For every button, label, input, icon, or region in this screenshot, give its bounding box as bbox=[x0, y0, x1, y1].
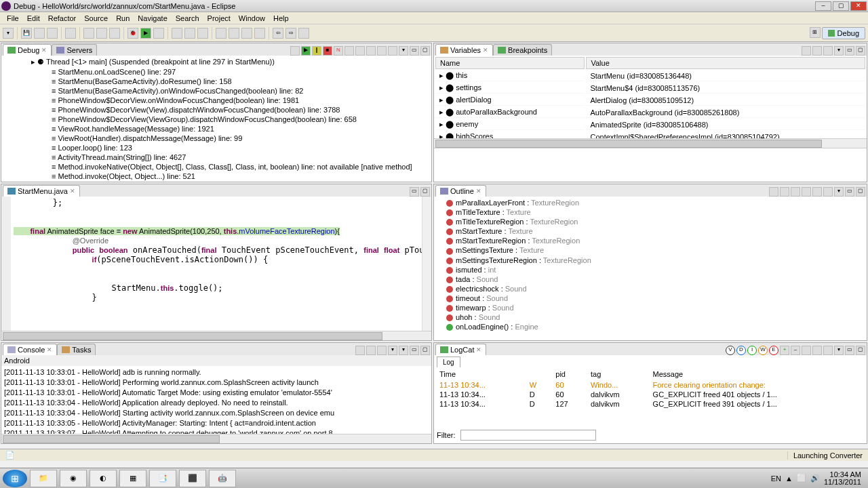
col-pid[interactable]: pid bbox=[551, 369, 585, 380]
maximize-view-button[interactable]: ▢ bbox=[420, 346, 430, 355]
taskbar-notepad[interactable]: 📑 bbox=[149, 470, 176, 487]
log-i-button[interactable]: I bbox=[747, 346, 757, 355]
minimize-view-button[interactable]: ▭ bbox=[845, 346, 854, 355]
tab-logcat[interactable]: LogCat✕ bbox=[435, 344, 486, 355]
maximize-view-button[interactable]: ▢ bbox=[420, 187, 430, 197]
log-v-button[interactable]: V bbox=[726, 346, 735, 355]
view-menu-button[interactable]: ▾ bbox=[834, 346, 844, 355]
stack-frame[interactable]: ≡ ViewRoot.handleMessage(Message) line: … bbox=[4, 124, 429, 134]
new-class-button[interactable] bbox=[184, 28, 195, 39]
taskbar-app2[interactable]: ⬛ bbox=[179, 470, 206, 487]
log-subtab[interactable]: Log bbox=[437, 357, 460, 367]
menu-source[interactable]: Source bbox=[80, 14, 112, 22]
taskbar-explorer[interactable]: 📁 bbox=[30, 470, 57, 487]
editor-hscroll[interactable] bbox=[1, 331, 431, 340]
outline-item[interactable]: timewarp : Sound bbox=[435, 303, 865, 312]
print-button[interactable] bbox=[47, 28, 58, 39]
focus-button[interactable] bbox=[823, 187, 833, 197]
close-icon[interactable]: ✕ bbox=[476, 188, 481, 195]
stack-frame[interactable]: ≡ StartMenu.onLoadScene() line: 297 bbox=[4, 67, 429, 77]
debug-button[interactable]: 🐞 bbox=[127, 28, 138, 39]
tray-network-icon[interactable]: ⬜ bbox=[797, 474, 806, 483]
menu-file[interactable]: File bbox=[3, 14, 23, 22]
vars-hscroll[interactable] bbox=[434, 138, 867, 148]
maximize-view-button[interactable]: ▢ bbox=[420, 46, 430, 56]
menu-project[interactable]: Project bbox=[203, 14, 235, 22]
outline-item[interactable]: mTitleTexture : Texture bbox=[435, 207, 865, 217]
close-icon[interactable]: ✕ bbox=[483, 47, 488, 54]
taskbar-android[interactable]: 🤖 bbox=[209, 470, 236, 487]
tab-breakpoints[interactable]: Breakpoints bbox=[493, 44, 552, 56]
outline-item[interactable]: uhoh : Sound bbox=[435, 312, 865, 322]
stack-frame[interactable]: ≡ StartMenu(BaseGameActivity).onWindowFo… bbox=[4, 86, 429, 96]
code-editor[interactable]: }; final AnimatedSprite face = new Anima… bbox=[11, 197, 422, 331]
close-icon[interactable]: ✕ bbox=[476, 346, 481, 353]
variable-row[interactable]: ▸ ⬤ enemyAnimatedSprite (id=830085106488… bbox=[435, 119, 865, 130]
run-button[interactable]: ▶ bbox=[140, 28, 151, 39]
run-last-button[interactable] bbox=[153, 28, 164, 39]
tray-lang[interactable]: EN bbox=[771, 474, 781, 483]
export-log-button[interactable] bbox=[812, 346, 822, 355]
show-logical-button[interactable] bbox=[812, 46, 822, 56]
suspend-button[interactable]: ‖ bbox=[312, 46, 321, 56]
tab-tasks[interactable]: Tasks bbox=[57, 344, 96, 355]
minimize-view-button[interactable]: ▭ bbox=[845, 46, 854, 56]
overview-ruler[interactable] bbox=[422, 197, 431, 331]
step-filters-button[interactable] bbox=[388, 46, 397, 56]
outline-item[interactable]: onLoadEngine() : Engine bbox=[435, 322, 865, 331]
hide-nonpublic-button[interactable] bbox=[802, 187, 811, 197]
hide-fields-button[interactable] bbox=[780, 187, 789, 197]
tab-servers[interactable]: Servers bbox=[52, 44, 97, 56]
maximize-view-button[interactable]: ▢ bbox=[856, 187, 865, 197]
tab-console[interactable]: Console✕ bbox=[3, 344, 57, 355]
maximize-view-button[interactable]: ▢ bbox=[856, 46, 865, 56]
col-level[interactable] bbox=[526, 369, 551, 380]
outline-item[interactable]: ismuted : int bbox=[435, 265, 865, 274]
minimize-button[interactable]: – bbox=[815, 1, 831, 11]
clear-console-button[interactable] bbox=[355, 346, 365, 355]
log-filter-input[interactable] bbox=[460, 430, 596, 441]
view-menu-button[interactable]: ▾ bbox=[834, 187, 844, 197]
show-type-names-button[interactable] bbox=[802, 46, 811, 56]
col-value[interactable]: Value bbox=[586, 57, 865, 69]
stack-frame[interactable]: ≡ Looper.loop() line: 123 bbox=[4, 143, 429, 152]
console-output[interactable]: [2011-11-13 10:33:01 - HelloWorld] adb i… bbox=[1, 366, 431, 434]
stack-frame[interactable]: ≡ PhoneWindow$DecorView(View).dispatchWi… bbox=[4, 105, 429, 115]
tray-volume-icon[interactable]: 🔊 bbox=[810, 474, 820, 483]
close-icon[interactable]: ✕ bbox=[41, 47, 47, 54]
android-sdk-button[interactable] bbox=[83, 28, 94, 39]
menu-search[interactable]: Search bbox=[172, 14, 203, 22]
outline-item[interactable]: mParallaxLayerFront : TextureRegion bbox=[435, 198, 865, 207]
start-button[interactable]: ⊞ bbox=[3, 470, 27, 487]
tab-variables[interactable]: Variables✕ bbox=[435, 44, 493, 56]
col-time[interactable]: Time bbox=[435, 369, 524, 380]
log-w-button[interactable]: W bbox=[758, 346, 768, 355]
breakpoint-margin[interactable] bbox=[1, 197, 11, 331]
drop-frame-button[interactable] bbox=[377, 46, 387, 56]
col-tag[interactable]: tag bbox=[587, 369, 648, 380]
close-icon[interactable]: ✕ bbox=[47, 346, 52, 353]
open-type-button[interactable] bbox=[197, 28, 208, 39]
remove-filter-button[interactable]: – bbox=[791, 346, 800, 355]
variable-row[interactable]: ▸ ⬤ autoParallaxBackgroundAutoParallaxBa… bbox=[435, 107, 865, 118]
tab-debug[interactable]: Debug✕ bbox=[3, 44, 52, 56]
stack-frame[interactable]: ≡ Method.invokeNative(Object, Object[], … bbox=[4, 162, 429, 171]
close-icon[interactable]: ✕ bbox=[70, 188, 75, 195]
tray-flag-icon[interactable]: ▲ bbox=[785, 474, 793, 483]
log-row[interactable]: 11-13 10:34...D127dalvikvmGC_EXPLICIT fr… bbox=[435, 400, 865, 408]
step-into-button[interactable] bbox=[344, 46, 354, 56]
variable-row[interactable]: ▸ ⬤ settingsStartMenu$4 (id=830085113576… bbox=[435, 83, 865, 94]
tray-clock[interactable]: 10:34 AM 11/13/2011 bbox=[824, 471, 861, 486]
minimize-view-button[interactable]: ▭ bbox=[410, 46, 419, 56]
outline-item[interactable]: mTitleTextureRegion : TextureRegion bbox=[435, 217, 865, 226]
nav-back-button[interactable]: ⇦ bbox=[273, 28, 283, 39]
annotation-button[interactable] bbox=[229, 28, 239, 39]
skip-breakpoints-button[interactable] bbox=[254, 28, 265, 39]
stack-frame[interactable]: ≡ PhoneWindow$DecorView(ViewGroup).dispa… bbox=[4, 115, 429, 124]
stack-frame[interactable]: ≡ ActivityThread.main(String[]) line: 46… bbox=[4, 152, 429, 162]
stack-frame[interactable]: ≡ StartMenu(BaseGameActivity).doResume()… bbox=[4, 77, 429, 86]
step-return-button[interactable] bbox=[366, 46, 376, 56]
variable-detail-pane[interactable] bbox=[434, 148, 867, 182]
variable-row[interactable]: ▸ ⬤ highScoresContextImpl$SharedPreferen… bbox=[435, 131, 865, 138]
add-filter-button[interactable]: + bbox=[780, 346, 789, 355]
